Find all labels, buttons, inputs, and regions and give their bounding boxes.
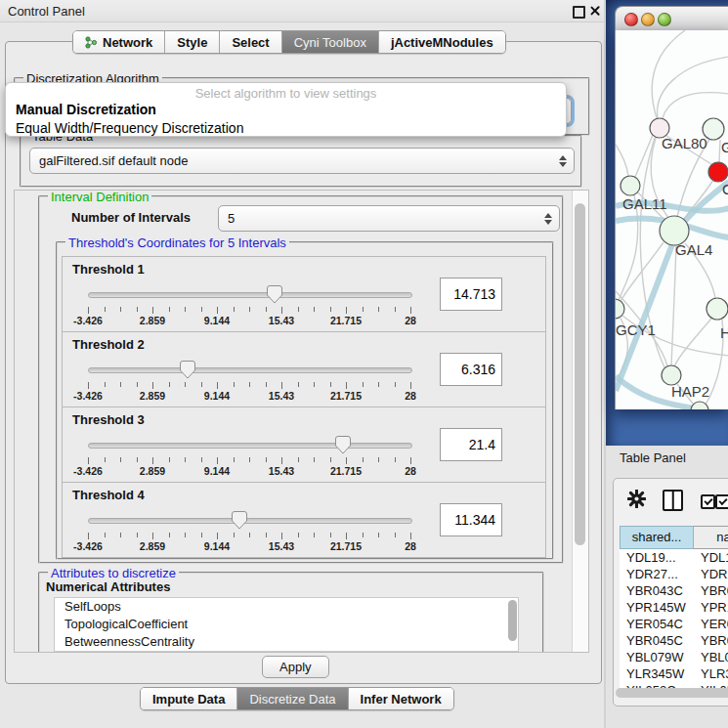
- slider-tick: [363, 457, 364, 462]
- table-row[interactable]: YLR345WYLR345W: [620, 665, 728, 682]
- list-item-topologicalcoefficient[interactable]: TopologicalCoefficient: [55, 616, 518, 633]
- table-cell[interactable]: YPR145W: [620, 599, 694, 616]
- top-tab-bar: NetworkStyleSelectCyni ToolboxjActiveMNo…: [72, 30, 506, 54]
- table-column-header-name[interactable]: name: [694, 526, 728, 549]
- slider-tick: [281, 533, 282, 539]
- network-edge[interactable]: [719, 140, 720, 162]
- table-cell[interactable]: YER054C: [694, 616, 728, 632]
- list-scrollbar-thumb[interactable]: [508, 600, 517, 641]
- checkbox-checked-icon[interactable]: [715, 494, 728, 509]
- table-row[interactable]: YER054CYER054C: [620, 616, 728, 632]
- network-edge[interactable]: [663, 93, 728, 118]
- slider-tick: [314, 533, 315, 537]
- slider-tick: [298, 307, 299, 312]
- table-cell[interactable]: YBR045C: [694, 632, 728, 649]
- table-cell[interactable]: YPR145W: [694, 599, 728, 616]
- close-traffic-light-icon[interactable]: [624, 13, 638, 26]
- slider-tick: [266, 307, 267, 312]
- network-node-hap2[interactable]: [662, 365, 681, 385]
- algorithm-dropdown-popup: Select algorithm to view settings Manual…: [5, 82, 567, 137]
- threshold-value-field[interactable]: 21.4: [440, 428, 502, 461]
- slider-tick: [378, 457, 379, 462]
- threshold-value-field[interactable]: 11.344: [440, 503, 502, 536]
- table-cell[interactable]: YBR043C: [694, 582, 728, 599]
- slider-tick: [249, 457, 250, 462]
- network-node-c[interactable]: [708, 162, 728, 182]
- table-row[interactable]: YBR045CYBR045C: [620, 632, 728, 649]
- tab-cyni-toolbox[interactable]: Cyni Toolbox: [282, 31, 379, 53]
- slider-track[interactable]: [88, 443, 412, 449]
- close-icon[interactable]: [589, 5, 601, 17]
- table-row[interactable]: YDR27...YDR27...: [620, 566, 728, 582]
- algorithm-option-manual-discretization[interactable]: Manual Discretization: [6, 101, 566, 119]
- threshold-value-field[interactable]: 14.713: [440, 278, 502, 311]
- list-item-selfloops[interactable]: SelfLoops: [55, 598, 518, 616]
- network-node-gal11[interactable]: [621, 176, 640, 195]
- table-cell[interactable]: YLR345W: [694, 665, 728, 682]
- apply-button[interactable]: Apply: [262, 656, 329, 678]
- table-row[interactable]: YBL079WYBL079W: [620, 649, 728, 665]
- tab-infer-network[interactable]: Infer Network: [349, 688, 453, 709]
- minimize-traffic-light-icon[interactable]: [641, 13, 655, 26]
- slider-thumb[interactable]: [335, 436, 351, 454]
- slider-track[interactable]: [88, 518, 412, 524]
- threshold-value-field[interactable]: 6.316: [440, 353, 502, 386]
- column-layout-icon[interactable]: [663, 490, 683, 511]
- horizontal-scrollbar-thumb[interactable]: [616, 688, 728, 698]
- network-edge[interactable]: [616, 145, 628, 176]
- table-panel-box: shared...name YDL19...YDL19...YDR27...YD…: [613, 478, 728, 707]
- slider-thumb[interactable]: [232, 511, 247, 530]
- slider-thumb[interactable]: [180, 361, 195, 379]
- list-item-betweennesscentrality[interactable]: BetweennessCentrality: [55, 633, 518, 651]
- table-cell[interactable]: YDR27...: [694, 566, 728, 582]
- network-edge[interactable]: [658, 57, 728, 118]
- network-edge[interactable]: [674, 319, 711, 366]
- table-cell[interactable]: YBR043C: [620, 582, 694, 599]
- slider-tick: [363, 307, 364, 312]
- slider-tick: [298, 533, 299, 537]
- table-column-header-shared-[interactable]: shared...: [620, 526, 694, 549]
- table-row[interactable]: YDL19...YDL19...: [620, 549, 728, 566]
- table-cell[interactable]: YDR27...: [620, 566, 694, 582]
- slider-tick: [201, 457, 202, 462]
- table-cell[interactable]: YBL079W: [694, 649, 728, 665]
- checkbox-checked-icon[interactable]: [701, 494, 715, 509]
- tab-style[interactable]: Style: [165, 31, 220, 53]
- table-cell[interactable]: YBL079W: [620, 649, 694, 665]
- tab-select[interactable]: Select: [220, 31, 281, 53]
- vertical-scrollbar-track[interactable]: [572, 191, 588, 652]
- threshold-panel-3: Threshold 3-3.4262.8599.14415.4321.71528…: [62, 407, 546, 483]
- table-cell[interactable]: YER054C: [620, 616, 694, 632]
- network-canvas[interactable]: GAL80GACGAL11GAL4GCY1HHAP2: [615, 30, 728, 409]
- slider-thumb[interactable]: [267, 285, 282, 304]
- slider-tick: [234, 457, 235, 462]
- settings-gear-icon[interactable]: [627, 490, 646, 508]
- tab-discretize-data[interactable]: Discretize Data: [237, 688, 348, 709]
- slider-track[interactable]: [88, 367, 412, 373]
- table-data-combo[interactable]: galFiltered.sif default node: [29, 148, 575, 174]
- table-cell[interactable]: YDL19...: [694, 549, 728, 566]
- table-cell[interactable]: YLR345W: [620, 665, 694, 682]
- network-node-ga[interactable]: [703, 118, 724, 140]
- slider-tick: [410, 533, 411, 539]
- table-header-row: shared...name: [620, 526, 728, 549]
- table-cell[interactable]: YBR045C: [620, 632, 694, 649]
- vertical-scrollbar-thumb[interactable]: [575, 203, 585, 545]
- number-of-intervals-combo[interactable]: 5: [218, 205, 560, 232]
- float-window-icon[interactable]: [573, 6, 585, 19]
- zoom-traffic-light-icon[interactable]: [658, 13, 671, 26]
- network-node-label: GAL11: [622, 195, 667, 212]
- network-window-titlebar[interactable]: [615, 6, 728, 32]
- network-edge[interactable]: [671, 245, 676, 365]
- tab-jactivemnodules[interactable]: jActiveMNodules: [379, 31, 505, 53]
- slider-tick-label: 28: [405, 465, 416, 477]
- tab-network[interactable]: Network: [73, 31, 165, 53]
- tab-impute-data[interactable]: Impute Data: [141, 688, 237, 709]
- table-row[interactable]: YPR145WYPR145W: [620, 599, 728, 616]
- table-cell[interactable]: YDL19...: [620, 549, 694, 566]
- network-node-h[interactable]: [707, 298, 728, 320]
- algorithm-option-equal-width-frequency-discretization[interactable]: Equal Width/Frequency Discretization: [6, 119, 566, 137]
- slider-track[interactable]: [88, 292, 412, 298]
- slider-tick-label: 2.859: [140, 390, 165, 402]
- table-row[interactable]: YBR043CYBR043C: [620, 582, 728, 599]
